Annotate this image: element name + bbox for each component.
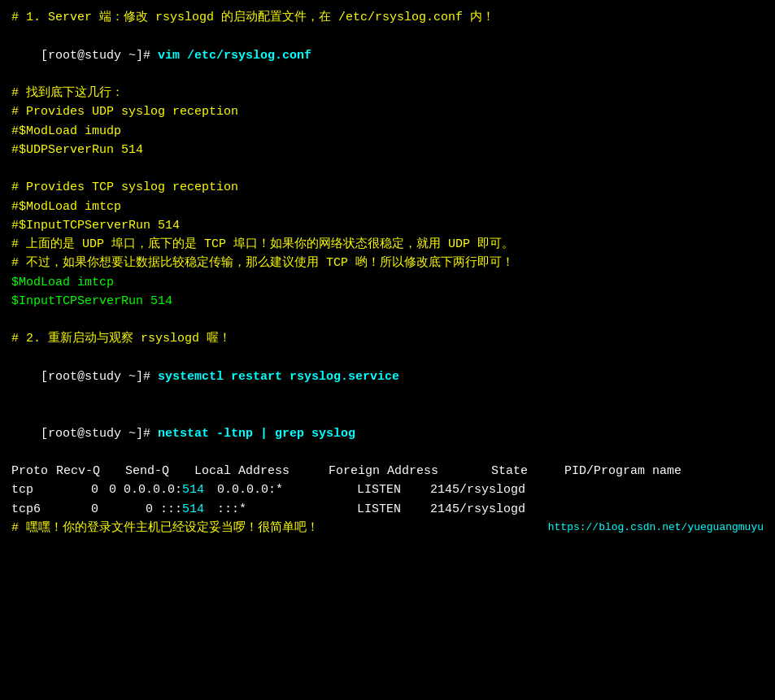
th-recvq: Recv-Q [56, 462, 125, 480]
td-foreign-1: 0.0.0.0:* [211, 480, 357, 499]
last-line-text: # 嘿嘿！你的登录文件主机已经设定妥当啰！很简单吧！ [11, 519, 319, 537]
td-state-1: LISTEN [357, 480, 430, 499]
line-14: $ModLoad imtcp [11, 273, 764, 292]
th-local: Local Address [194, 462, 329, 480]
line-6: #$UDPServerRun 514 [11, 141, 764, 159]
td-proto-2: tcp6 [11, 500, 56, 519]
cmd-19: systemctl restart rsyslog.service [158, 370, 399, 384]
line-12: # 上面的是 UDP 埠口，底下的是 TCP 埠口！如果你的网络状态很稳定，就用… [11, 235, 764, 254]
table-data-row-2: tcp6 0 0 :::514 :::* LISTEN 2145/rsyslog… [11, 500, 764, 519]
line-10: #$ModLoad imtcp [11, 198, 764, 216]
th-sendq: Send-Q [125, 462, 194, 480]
line-2: [root@study ~]# vim /etc/rsyslog.conf [11, 27, 764, 84]
line-13: # 不过，如果你想要让数据比较稳定传输，那么建议使用 TCP 哟！所以修改底下两… [11, 254, 764, 272]
blank-1 [11, 159, 764, 178]
td-port-1: 514 [182, 483, 204, 497]
line-1: # 1. Server 端：修改 rsyslogd 的启动配置文件，在 /etc… [11, 8, 764, 27]
cmd-20: netstat -ltnp | grep syslog [158, 427, 355, 441]
url-text: https://blog.csdn.net/yueguangmuyu [548, 520, 764, 536]
th-foreign: Foreign Address [329, 462, 491, 480]
td-sendq-2: 0 :::514 [105, 500, 211, 519]
td-sendq-1: 0 0.0.0.0:514 [105, 480, 211, 499]
line-4: # Provides UDP syslog reception [11, 102, 764, 121]
th-pid: PID/Program name [564, 462, 764, 480]
th-state: State [491, 462, 564, 480]
prompt-19: [root@study ~]# [41, 370, 158, 384]
line-20: [root@study ~]# netstat -ltnp | grep sys… [11, 405, 764, 462]
line-5: #$ModLoad imudp [11, 122, 764, 141]
td-port-2: 514 [182, 502, 204, 516]
td-pid-2: 2145/rsyslogd [430, 500, 525, 519]
td-pid-1: 2145/rsyslogd [430, 480, 525, 499]
td-recvq-1: 0 [56, 480, 105, 499]
table-data-row-1: tcp 0 0 0.0.0.0:514 0.0.0.0:* LISTEN 214… [11, 480, 764, 499]
terminal: # 1. Server 端：修改 rsyslogd 的启动配置文件，在 /etc… [11, 8, 764, 537]
line-18: # 2. 重新启动与观察 rsyslogd 喔！ [11, 329, 764, 348]
line-19: [root@study ~]# systemctl restart rsyslo… [11, 349, 764, 406]
last-line-container: # 嘿嘿！你的登录文件主机已经设定妥当啰！很简单吧！ https://blog.… [11, 519, 764, 537]
line-9: # Provides TCP syslog reception [11, 178, 764, 197]
cmd-2: vim /etc/rsyslog.conf [158, 49, 311, 63]
td-recvq-2: 0 [56, 500, 105, 519]
th-proto: Proto [11, 462, 56, 480]
line-3: # 找到底下这几行： [11, 84, 764, 102]
prompt-2: [root@study ~]# [41, 49, 158, 63]
td-foreign-2: :::* [211, 500, 357, 519]
td-proto-1: tcp [11, 480, 56, 499]
td-state-2: LISTEN [357, 500, 430, 519]
line-15: $InputTCPServerRun 514 [11, 292, 764, 311]
line-11: #$InputTCPServerRun 514 [11, 216, 764, 235]
blank-2 [11, 311, 764, 329]
prompt-20: [root@study ~]# [41, 427, 158, 441]
table-header-row: Proto Recv-Q Send-Q Local Address Foreig… [11, 462, 764, 480]
